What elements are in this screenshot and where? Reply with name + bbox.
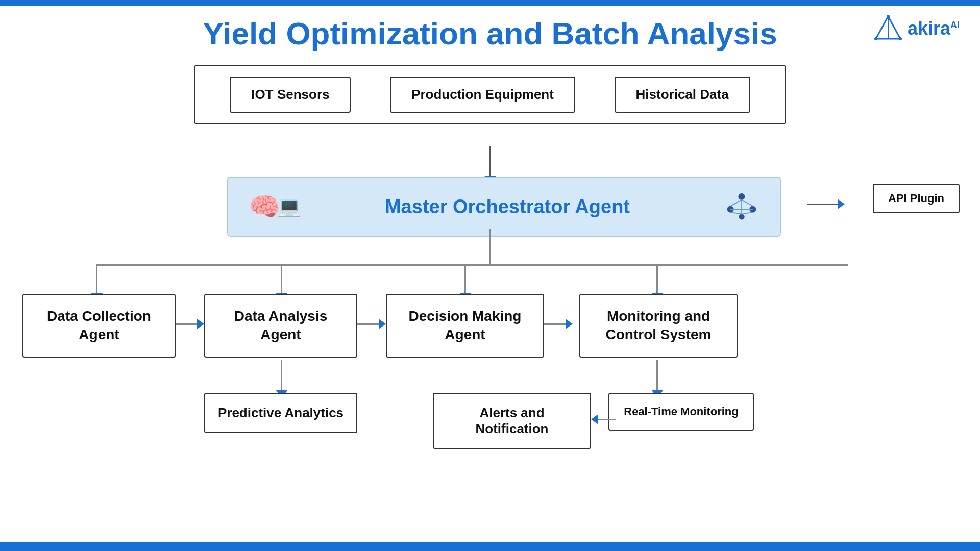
drop-line-2 bbox=[281, 264, 282, 294]
realtime-v-line bbox=[656, 360, 658, 391]
alerts-arrow-line bbox=[598, 419, 616, 420]
h-arrowhead-2 bbox=[379, 319, 386, 329]
top-bar bbox=[0, 0, 980, 6]
h-line-2 bbox=[357, 323, 379, 325]
h-arrow-3 bbox=[544, 319, 573, 329]
svg-point-5 bbox=[899, 37, 902, 40]
h-line-3 bbox=[544, 323, 566, 325]
brain-chip-icon: 🧠💻 bbox=[249, 192, 301, 221]
predictive-analytics-box: Predictive Analytics bbox=[204, 393, 357, 433]
svg-line-11 bbox=[742, 200, 753, 206]
alerts-arrow-head bbox=[591, 414, 598, 424]
svg-point-6 bbox=[739, 193, 745, 199]
alerts-notification-box: Alerts and Notification bbox=[433, 393, 591, 449]
h-arrow-2 bbox=[357, 319, 386, 329]
page-title: Yield Optimization and Batch Analysis bbox=[0, 15, 980, 52]
alerts-realtime-arrow bbox=[591, 414, 616, 424]
svg-line-13 bbox=[730, 212, 742, 214]
h-arrowhead-3 bbox=[566, 319, 573, 329]
orchestrator-v-connector bbox=[489, 229, 491, 264]
svg-point-4 bbox=[874, 37, 877, 40]
network-icon bbox=[724, 188, 760, 226]
logo-text: akiraAI bbox=[908, 18, 960, 39]
svg-point-3 bbox=[887, 15, 890, 18]
main-down-arrow bbox=[489, 146, 491, 177]
akira-logo-icon bbox=[874, 14, 902, 43]
data-sources-container: IOT Sensors Production Equipment Histori… bbox=[194, 65, 786, 124]
realtime-monitoring-box: Real-Time Monitoring bbox=[608, 393, 754, 431]
production-equipment-box: Production Equipment bbox=[390, 77, 575, 113]
orchestrator-title: Master Orchestrator Agent bbox=[301, 196, 714, 218]
orchestrator-box: 🧠💻 Master Orchestrator Agent bbox=[227, 177, 781, 237]
decision-making-agent-box: Decision Making Agent bbox=[386, 294, 544, 358]
svg-point-9 bbox=[739, 214, 745, 220]
api-line bbox=[807, 204, 838, 205]
iot-sensors-box: IOT Sensors bbox=[230, 77, 351, 113]
svg-line-14 bbox=[742, 212, 753, 214]
api-arrow-head bbox=[838, 199, 845, 209]
api-arrow bbox=[807, 199, 845, 209]
h-arrowhead-1 bbox=[197, 319, 204, 329]
h-connector bbox=[96, 264, 848, 266]
drop-line-4 bbox=[656, 264, 658, 294]
api-plugin-box: API Plugin bbox=[873, 184, 960, 213]
historical-data-box: Historical Data bbox=[615, 77, 750, 113]
svg-line-12 bbox=[730, 200, 742, 206]
logo: akiraAI bbox=[874, 14, 960, 43]
predictive-v-line bbox=[281, 360, 282, 391]
data-analysis-agent-box: Data Analysis Agent bbox=[204, 294, 357, 358]
h-line-1 bbox=[176, 323, 197, 325]
bottom-bar bbox=[0, 542, 980, 551]
h-arrow-1 bbox=[176, 319, 204, 329]
monitoring-control-box: Monitoring and Control System bbox=[579, 294, 738, 358]
drop-line-3 bbox=[464, 264, 466, 294]
data-collection-agent-box: Data Collection Agent bbox=[22, 294, 176, 358]
drop-line-1 bbox=[96, 264, 97, 294]
